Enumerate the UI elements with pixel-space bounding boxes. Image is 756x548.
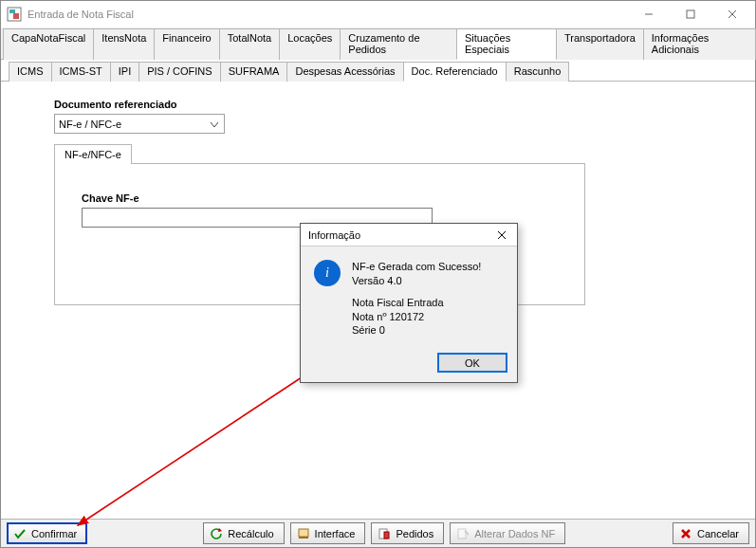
tab-financeiro[interactable]: Financeiro <box>154 28 219 60</box>
subtab-icms[interactable]: ICMS <box>9 62 52 82</box>
subtab-pis-cofins[interactable]: PIS / COFINS <box>138 62 220 82</box>
dialog-line5: Série 0 <box>352 323 481 338</box>
pedidos-label: Pedidos <box>396 528 433 539</box>
docref-value: NF-e / NFC-e <box>59 119 207 130</box>
sub-tabs: ICMS ICMS-ST IPI PIS / COFINS SUFRAMA De… <box>1 60 755 82</box>
svg-rect-4 <box>687 10 694 18</box>
window-title: Entrada de Nota Fiscal <box>28 9 628 20</box>
interface-icon <box>297 527 310 540</box>
pedidos-icon <box>378 527 391 540</box>
confirmar-label: Confirmar <box>31 528 77 539</box>
chevron-down-icon <box>207 119 222 130</box>
subtab-despesas[interactable]: Despesas Acessórias <box>286 62 403 82</box>
recalculo-button[interactable]: Recálculo <box>203 522 284 544</box>
cancelar-button[interactable]: Cancelar <box>673 522 749 544</box>
tab-informacoes-adicionais[interactable]: Informações Adicionais <box>643 28 756 60</box>
checkmark-icon <box>13 527 27 540</box>
svg-rect-11 <box>384 532 389 539</box>
tab-transportadora[interactable]: Transportadora <box>556 28 644 60</box>
confirmar-button[interactable]: Confirmar <box>7 522 87 544</box>
dialog-message: NF-e Gerada com Sucesso! Versão 4.0 Nota… <box>352 260 481 338</box>
cancel-icon <box>679 527 692 540</box>
main-tabs: CapaNotaFiscal ItensNota Financeiro Tota… <box>1 27 755 60</box>
subtab-suframa[interactable]: SUFRAMA <box>220 62 288 82</box>
tab-cruzamento[interactable]: Cruzamento de Pedidos <box>340 28 457 60</box>
inner-tab-nfe-nfce[interactable]: NF-e/NFC-e <box>54 144 132 164</box>
subtab-icms-st[interactable]: ICMS-ST <box>51 62 111 82</box>
pedidos-button[interactable]: Pedidos <box>371 522 444 544</box>
dialog-title-text: Informação <box>308 229 490 241</box>
alterar-label: Alterar Dados NF <box>474 528 555 539</box>
close-button[interactable] <box>711 1 753 27</box>
tab-totalnota[interactable]: TotalNota <box>219 28 280 60</box>
svg-rect-2 <box>13 13 19 19</box>
info-dialog: Informação i NF-e Gerada com Sucesso! Ve… <box>300 223 518 383</box>
tab-locacoes[interactable]: Locações <box>279 28 341 60</box>
edit-icon <box>456 527 470 540</box>
dialog-line2: Versão 4.0 <box>352 274 481 288</box>
subtab-rascunho[interactable]: Rascunho <box>506 62 570 82</box>
info-icon: i <box>314 260 341 286</box>
refresh-icon <box>210 527 223 540</box>
dialog-line4: Nota nº 120172 <box>352 310 481 324</box>
dialog-line3: Nota Fiscal Entrada <box>352 296 481 310</box>
window-titlebar: Entrada de Nota Fiscal <box>1 1 755 27</box>
dialog-line1: NF-e Gerada com Sucesso! <box>352 260 481 274</box>
svg-rect-12 <box>458 529 466 539</box>
maximize-button[interactable] <box>670 1 711 27</box>
interface-button[interactable]: Interface <box>290 522 366 544</box>
interface-label: Interface <box>315 528 356 539</box>
minimize-button[interactable] <box>628 1 670 27</box>
dialog-titlebar: Informação <box>301 224 517 247</box>
svg-rect-8 <box>299 529 308 537</box>
chave-label: Chave NF-e <box>82 192 565 204</box>
tab-capanotafiscal[interactable]: CapaNotaFiscal <box>3 28 94 60</box>
bottom-toolbar: Confirmar Recálculo Interface Pedidos <box>1 519 755 547</box>
alterar-dados-button[interactable]: Alterar Dados NF <box>450 522 565 544</box>
svg-rect-9 <box>299 537 308 539</box>
dialog-ok-button[interactable]: OK <box>437 353 507 373</box>
cancelar-label: Cancelar <box>697 528 739 539</box>
docref-combobox[interactable]: NF-e / NFC-e <box>54 114 225 134</box>
subtab-doc-referenciado[interactable]: Doc. Referenciado <box>403 62 507 82</box>
dialog-close-button[interactable] <box>490 225 513 246</box>
tab-itensnota[interactable]: ItensNota <box>93 28 155 60</box>
svg-rect-1 <box>9 9 15 13</box>
app-icon <box>7 7 22 22</box>
docref-label: Documento referenciado <box>54 99 708 110</box>
tab-situacoes-especiais[interactable]: Situações Especiais <box>456 28 557 60</box>
svg-marker-7 <box>218 528 222 532</box>
subtab-ipi[interactable]: IPI <box>110 62 139 82</box>
recalculo-label: Recálculo <box>228 528 273 539</box>
